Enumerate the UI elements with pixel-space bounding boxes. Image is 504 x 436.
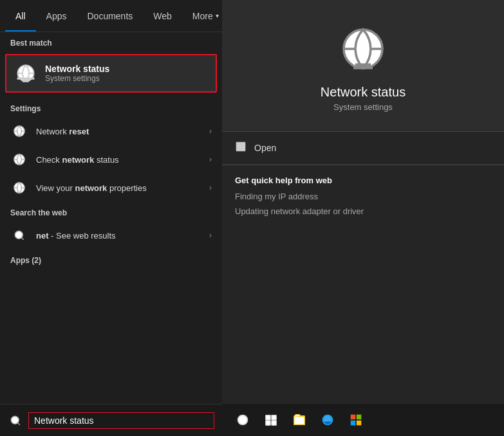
best-match-subtitle: System settings xyxy=(45,74,109,83)
svg-rect-30 xyxy=(351,421,356,426)
svg-line-12 xyxy=(21,237,23,239)
web-search-text: net - See web results xyxy=(36,231,209,241)
tab-documents-label: Documents xyxy=(87,11,133,21)
tab-all-label: All xyxy=(15,11,26,21)
taskbar-store-icon[interactable] xyxy=(343,407,369,433)
taskbar-search-icon[interactable] xyxy=(230,407,256,433)
check-network-icon xyxy=(10,150,28,168)
best-match-item[interactable]: Network status System settings xyxy=(5,54,217,93)
svg-rect-26 xyxy=(272,421,277,426)
network-reset-text: Network reset xyxy=(36,127,209,136)
best-match-section-label: Best match xyxy=(0,32,222,51)
view-network-text: View your network properties xyxy=(36,183,209,193)
svg-line-14 xyxy=(17,422,19,424)
svg-rect-28 xyxy=(351,415,356,420)
best-match-text: Network status System settings xyxy=(45,64,109,83)
results-area: Best match Network status System setting… xyxy=(0,32,222,436)
best-match-title: Network status xyxy=(45,64,109,74)
preview-title: Network status xyxy=(321,85,406,100)
search-box xyxy=(0,404,222,436)
tab-all[interactable]: All xyxy=(5,0,36,32)
open-label: Open xyxy=(254,143,276,153)
search-web-icon xyxy=(10,226,28,244)
svg-point-11 xyxy=(15,231,23,239)
svg-rect-2 xyxy=(18,78,34,79)
chevron-right-icon-2: › xyxy=(209,155,212,164)
quick-help-link-2[interactable]: Updating network adapter or driver xyxy=(235,206,491,216)
svg-point-13 xyxy=(11,416,19,424)
tab-documents[interactable]: Documents xyxy=(77,0,143,32)
svg-point-22 xyxy=(238,415,248,425)
tab-web[interactable]: Web xyxy=(143,0,182,32)
preview-network-icon xyxy=(340,26,386,75)
tab-web-label: Web xyxy=(153,11,172,21)
left-panel: All Apps Documents Web More ▾ ··· ✕ Best… xyxy=(0,0,222,436)
tab-apps-label: Apps xyxy=(46,11,67,21)
chevron-right-icon-3: › xyxy=(209,183,212,192)
preview-header: Network status System settings xyxy=(222,0,504,131)
view-network-item[interactable]: View your network properties › xyxy=(0,174,222,202)
open-window-icon xyxy=(235,141,247,155)
network-reset-icon xyxy=(10,122,28,140)
preview-subtitle: System settings xyxy=(333,102,393,112)
tab-more-label: More xyxy=(192,11,213,21)
taskbar xyxy=(222,404,504,436)
svg-rect-29 xyxy=(357,415,362,420)
quick-help-link-1[interactable]: Finding my IP address xyxy=(235,192,491,201)
taskbar-task-view-icon[interactable] xyxy=(258,407,284,433)
quick-help-section: Get quick help from web Finding my IP ad… xyxy=(222,165,504,232)
settings-section-label: Settings xyxy=(0,98,222,117)
taskbar-explorer-icon[interactable] xyxy=(286,407,312,433)
open-action[interactable]: Open xyxy=(222,132,504,165)
web-search-item[interactable]: net - See web results › xyxy=(0,221,222,250)
svg-rect-25 xyxy=(266,421,271,426)
chevron-right-icon: › xyxy=(209,127,212,136)
chevron-right-icon-4: › xyxy=(209,231,212,240)
quick-help-title: Get quick help from web xyxy=(235,176,491,185)
svg-rect-31 xyxy=(357,421,362,426)
svg-rect-24 xyxy=(272,415,277,421)
search-web-section-label: Search the web xyxy=(0,202,222,221)
apps-section-label: Apps (2) xyxy=(0,250,222,269)
tab-apps[interactable]: Apps xyxy=(36,0,77,32)
search-input[interactable] xyxy=(28,412,214,429)
tabs-bar: All Apps Documents Web More ▾ ··· ✕ xyxy=(0,0,222,32)
check-network-text: Check network status xyxy=(36,155,209,165)
taskbar-edge-icon[interactable] xyxy=(315,407,341,433)
svg-rect-4 xyxy=(23,80,29,82)
chevron-down-icon: ▾ xyxy=(216,12,219,19)
network-reset-item[interactable]: Network reset › xyxy=(0,117,222,145)
view-network-icon xyxy=(10,179,28,197)
right-panel: Network status System settings Open Get … xyxy=(222,0,504,404)
svg-rect-23 xyxy=(266,415,271,421)
search-icon xyxy=(8,413,23,428)
network-status-icon xyxy=(14,62,37,85)
check-network-item[interactable]: Check network status › xyxy=(0,145,222,174)
svg-rect-20 xyxy=(236,142,245,151)
